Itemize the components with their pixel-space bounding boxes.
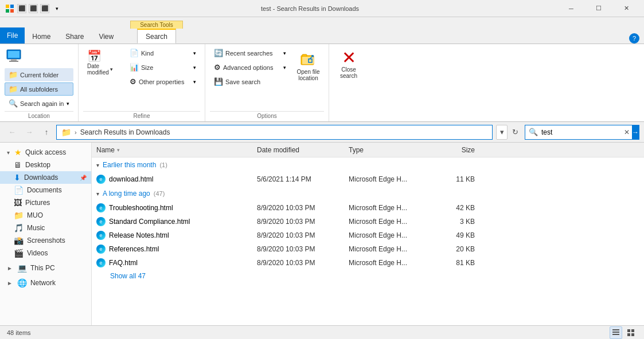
maximize-button[interactable]: ☐	[586, 0, 612, 17]
location-group-label: Location	[5, 111, 73, 119]
table-row[interactable]: e Troubleshooting.html 8/9/2020 10:03 PM…	[92, 201, 644, 215]
titlebar-icon2[interactable]: ⬛	[29, 4, 38, 13]
downloads-icon: ⬇	[14, 173, 21, 182]
this-pc-section: ► 💻 This PC	[0, 261, 91, 275]
sidebar-item-screenshots[interactable]: 📸 Screenshots	[0, 234, 91, 247]
table-row[interactable]: e FAQ.html 8/9/2020 10:03 PM Microsoft E…	[92, 256, 644, 270]
sidebar-music-label: Music	[27, 224, 45, 232]
current-folder-btn[interactable]: 📁 Current folder	[5, 68, 73, 81]
table-row[interactable]: e References.html 8/9/2020 10:03 PM Micr…	[92, 242, 644, 256]
search-box: 🔍 ✕ →	[525, 125, 639, 140]
group-long-time-ago[interactable]: ▾ A long time ago (47)	[92, 186, 644, 201]
edge-icon: e	[96, 203, 106, 212]
file-type-cell: Microsoft Edge H...	[349, 231, 429, 239]
back-button[interactable]: ←	[5, 125, 19, 140]
svg-rect-12	[612, 332, 619, 333]
file-size-cell: 3 KB	[429, 218, 475, 226]
kind-btn[interactable]: 📄 Kind ▾	[126, 46, 200, 60]
column-size[interactable]: Size	[429, 146, 475, 154]
filename: Standard Compliance.html	[109, 218, 190, 226]
file-size-cell: 42 KB	[429, 204, 475, 212]
file-type-cell: Microsoft Edge H...	[349, 218, 429, 226]
tab-home[interactable]: Home	[25, 29, 58, 44]
svg-rect-16	[627, 333, 630, 336]
sidebar-quick-access-label: Quick access	[25, 148, 66, 156]
address-bar: ← → ↑ 📁 › Search Results in Downloads ▾ …	[0, 122, 644, 143]
file-type-cell: Microsoft Edge H...	[349, 175, 429, 183]
file-name-cell: e Troubleshooting.html	[96, 203, 257, 212]
sidebar-item-pictures[interactable]: 🖼 Pictures	[0, 196, 91, 209]
titlebar-dropdown[interactable]: ▾	[52, 3, 62, 14]
recent-searches-btn[interactable]: 🔄 Recent searches ▾	[210, 46, 290, 60]
advanced-options-btn[interactable]: ⚙ Advanced options ▾	[210, 61, 290, 74]
save-search-btn[interactable]: 💾 Save search	[210, 75, 290, 88]
close-group-content: ✕ Closesearch	[334, 46, 364, 119]
search-again-btn[interactable]: 🔍 Search again in ▾	[5, 97, 73, 110]
details-view-btn[interactable]	[610, 326, 622, 339]
file-list-header: Name ▾ Date modified Type Size	[92, 143, 644, 157]
network-icon: 🌐	[17, 278, 27, 287]
address-path: Search Results in Downloads	[80, 128, 170, 136]
ribbon-body: 📁 Current folder 📁 All subfolders 🔍 Sear…	[0, 44, 644, 121]
close-button[interactable]: ✕	[613, 0, 639, 17]
sidebar-documents-label: Documents	[27, 186, 62, 194]
sidebar-item-this-pc[interactable]: ► 💻 This PC	[0, 262, 91, 274]
sidebar-muo-label: MUO	[27, 211, 43, 219]
filename: References.html	[109, 245, 159, 253]
edge-icon: e	[96, 217, 106, 226]
up-button[interactable]: ↑	[39, 125, 54, 140]
sidebar-item-desktop[interactable]: 🖥 Desktop	[0, 159, 91, 171]
show-all-btn[interactable]: Show all 47	[92, 270, 644, 282]
help-button[interactable]: ?	[629, 33, 639, 44]
tab-view[interactable]: View	[91, 29, 121, 44]
column-name[interactable]: Name ▾	[96, 146, 257, 154]
group-earlier-this-month[interactable]: ▾ Earlier this month (1)	[92, 157, 644, 172]
quick-access-icon-tb[interactable]: ⬛	[17, 4, 26, 13]
sidebar-item-muo[interactable]: 📁 MUO	[0, 209, 91, 222]
edge-icon: e	[96, 258, 106, 267]
sidebar-item-videos[interactable]: 🎬 Videos	[0, 247, 91, 259]
date-modified-btn[interactable]: 📅 Datemodified ▾	[83, 46, 123, 78]
address-dropdown[interactable]: ▾	[496, 125, 508, 140]
size-btn[interactable]: 📊 Size ▾	[126, 61, 200, 74]
tab-search[interactable]: Search	[137, 29, 176, 44]
address-input[interactable]: 📁 › Search Results in Downloads	[56, 125, 493, 140]
sidebar-item-documents[interactable]: 📄 Documents	[0, 184, 91, 196]
forward-button[interactable]: →	[22, 125, 37, 140]
close-search-btn[interactable]: ✕ Closesearch	[334, 46, 364, 82]
sidebar-videos-label: Videos	[27, 249, 48, 257]
open-file-location-btn[interactable]: Open filelocation	[292, 46, 324, 84]
all-subfolders-btn[interactable]: 📁 All subfolders	[5, 82, 73, 96]
tab-file[interactable]: File	[0, 27, 25, 44]
search-go-btn[interactable]: →	[632, 125, 639, 140]
column-date-modified[interactable]: Date modified	[257, 146, 349, 154]
titlebar-icon3[interactable]: ⬛	[40, 4, 49, 13]
pictures-icon: 🖼	[14, 198, 22, 207]
search-input[interactable]	[541, 128, 622, 136]
table-row[interactable]: e Release Notes.html 8/9/2020 10:03 PM M…	[92, 228, 644, 242]
tab-share[interactable]: Share	[58, 29, 91, 44]
table-row[interactable]: e download.html 5/6/2021 1:14 PM Microso…	[92, 172, 644, 186]
group1-arrow: ▾	[96, 162, 99, 168]
file-size-cell: 49 KB	[429, 231, 475, 239]
sidebar-item-music[interactable]: 🎵 Music	[0, 222, 91, 234]
svg-rect-7	[9, 61, 18, 62]
muo-folder-icon: 📁	[14, 211, 24, 220]
refresh-button[interactable]: ↻	[508, 125, 522, 140]
sidebar-item-downloads[interactable]: ⬇ Downloads 📌	[0, 171, 91, 184]
tiles-view-btn[interactable]	[625, 326, 637, 339]
column-type[interactable]: Type	[349, 146, 429, 154]
svg-rect-15	[631, 329, 634, 332]
svg-rect-1	[10, 5, 14, 8]
ribbon-group-close: ✕ Closesearch	[329, 44, 368, 121]
table-row[interactable]: e Standard Compliance.html 8/9/2020 10:0…	[92, 215, 644, 228]
sidebar-item-network[interactable]: ► 🌐 Network	[0, 277, 91, 289]
title-bar-icons: ⬛ ⬛ ⬛ ▾	[5, 3, 62, 14]
other-properties-btn[interactable]: ⚙ Other properties ▾	[126, 75, 200, 88]
search-clear-btn[interactable]: ✕	[622, 128, 632, 136]
refine-buttons: 📅 Datemodified ▾ 📄 Kind ▾ 📊 Size ▾	[83, 46, 200, 110]
sidebar-downloads-label: Downloads	[24, 174, 58, 182]
minimize-button[interactable]: ─	[558, 0, 584, 17]
file-name-cell: e Standard Compliance.html	[96, 217, 257, 226]
sidebar-item-quick-access[interactable]: ▾ ★ Quick access	[0, 146, 91, 159]
